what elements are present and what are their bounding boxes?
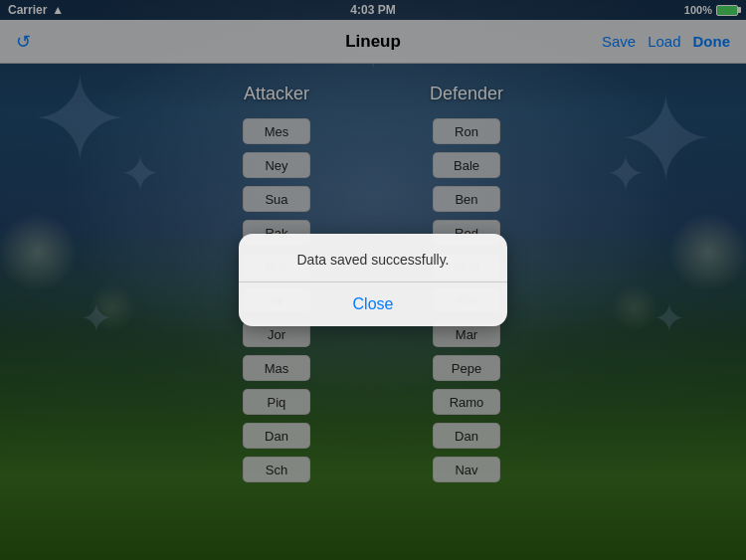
alert-box: Data saved successfully. Close (239, 234, 507, 326)
alert-close-button[interactable]: Close (239, 282, 507, 326)
alert-message: Data saved successfully. (239, 234, 507, 282)
alert-overlay: Data saved successfully. Close (0, 0, 746, 560)
